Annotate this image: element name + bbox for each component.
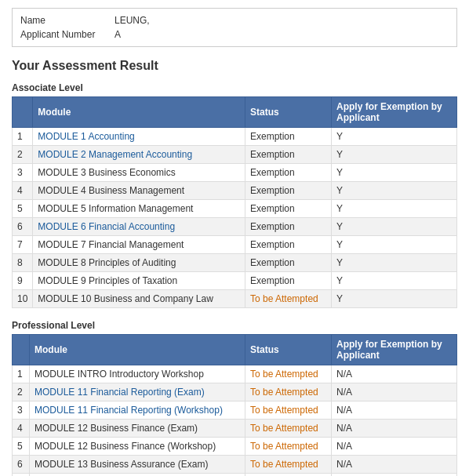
page-title: Your Assessment Result <box>12 59 457 73</box>
row-apply: Y <box>332 272 457 290</box>
col-header-2: Apply for Exemption by Applicant <box>332 97 457 128</box>
table-row: 2MODULE 2 Management AccountingExemption… <box>13 146 457 164</box>
row-status: Exemption <box>245 200 332 218</box>
col-header-0: Module <box>30 335 245 365</box>
table-row: 5MODULE 5 Information ManagementExemptio… <box>13 200 457 218</box>
row-apply: Y <box>332 218 457 236</box>
table-row: 2MODULE 11 Financial Reporting (Exam)To … <box>13 383 457 402</box>
row-status: To be Attempted <box>245 402 332 420</box>
col-header-1: Status <box>245 335 332 365</box>
row-module: MODULE 8 Principles of Auditing <box>33 254 245 272</box>
row-status: Exemption <box>245 182 332 200</box>
name-label: Name <box>20 15 115 26</box>
row-module: MODULE 12 Business Finance (Exam) <box>30 420 245 438</box>
table-row: 1MODULE 1 AccountingExemptionY <box>13 128 457 146</box>
table-row: 9MODULE 9 Principles of TaxationExemptio… <box>13 272 457 290</box>
table-row: 8MODULE 8 Principles of AuditingExemptio… <box>13 254 457 272</box>
row-num: 7 <box>13 474 30 477</box>
table-row: 5MODULE 12 Business Finance (Workshop)To… <box>13 438 457 456</box>
row-module: MODULE 3 Business Economics <box>33 164 245 182</box>
section-title-associate: Associate Level <box>12 82 457 93</box>
row-num: 5 <box>13 200 33 218</box>
row-module: MODULE 4 Business Management <box>33 182 245 200</box>
row-module: MODULE 2 Management Accounting <box>33 146 245 164</box>
row-module: MODULE 1 Accounting <box>33 128 245 146</box>
row-apply: N/A <box>332 474 457 477</box>
section-associate: Associate LevelModuleStatusApply for Exe… <box>12 82 457 308</box>
row-apply: N/A <box>332 383 457 402</box>
row-num: 8 <box>13 254 33 272</box>
row-status: Exemption <box>245 128 332 146</box>
row-status: To be Attempted <box>245 290 332 308</box>
row-status: To be Attempted <box>245 383 332 402</box>
row-status: Exemption <box>245 164 332 182</box>
row-num: 4 <box>13 420 30 438</box>
col-header-1: Status <box>245 97 332 128</box>
col-header-num <box>13 97 33 128</box>
row-num: 2 <box>13 146 33 164</box>
row-apply: N/A <box>332 402 457 420</box>
col-header-0: Module <box>33 97 245 128</box>
row-status: To be Attempted <box>245 474 332 477</box>
row-module: MODULE 6 Financial Accounting <box>33 218 245 236</box>
row-module: MODULE 11 Financial Reporting (Workshop) <box>30 402 245 420</box>
row-apply: Y <box>332 290 457 308</box>
row-module: MODULE 11 Financial Reporting (Exam) <box>30 383 245 402</box>
row-module: MODULE 5 Information Management <box>33 200 245 218</box>
row-status: Exemption <box>245 218 332 236</box>
table-row: 7MODULE 7 Financial ManagementExemptionY <box>13 236 457 254</box>
row-num: 5 <box>13 438 30 456</box>
row-apply: N/A <box>332 456 457 474</box>
row-status: Exemption <box>245 146 332 164</box>
row-num: 6 <box>13 456 30 474</box>
table-row: 1MODULE INTRO Introductory WorkshopTo be… <box>13 365 457 383</box>
row-module: MODULE 7 Financial Management <box>33 236 245 254</box>
table-row: 6MODULE 6 Financial AccountingExemptionY <box>13 218 457 236</box>
col-header-2: Apply for Exemption by Applicant <box>332 335 457 365</box>
row-module: MODULE 13 Business Assurance (Exam) <box>30 456 245 474</box>
row-apply: Y <box>332 128 457 146</box>
row-num: 3 <box>13 164 33 182</box>
row-status: To be Attempted <box>245 456 332 474</box>
section-title-professional: Professional Level <box>12 320 457 331</box>
row-module: MODULE 9 Principles of Taxation <box>33 272 245 290</box>
table-row: 7MODULE 13 Business Assurance (Workshop)… <box>13 474 457 477</box>
row-status: To be Attempted <box>245 365 332 383</box>
row-num: 2 <box>13 383 30 402</box>
row-num: 3 <box>13 402 30 420</box>
row-apply: N/A <box>332 438 457 456</box>
row-status: Exemption <box>245 236 332 254</box>
table-row: 3MODULE 11 Financial Reporting (Workshop… <box>13 402 457 420</box>
row-module: MODULE INTRO Introductory Workshop <box>30 365 245 383</box>
row-apply: Y <box>332 254 457 272</box>
row-status: To be Attempted <box>245 420 332 438</box>
section-professional: Professional LevelModuleStatusApply for … <box>12 320 457 476</box>
col-header-num <box>13 335 30 365</box>
table-row: 4MODULE 12 Business Finance (Exam)To be … <box>13 420 457 438</box>
row-status: Exemption <box>245 254 332 272</box>
row-apply: Y <box>332 200 457 218</box>
row-num: 9 <box>13 272 33 290</box>
row-num: 6 <box>13 218 33 236</box>
row-apply: Y <box>332 146 457 164</box>
row-status: To be Attempted <box>245 438 332 456</box>
row-num: 1 <box>13 365 30 383</box>
row-module: MODULE 12 Business Finance (Workshop) <box>30 438 245 456</box>
row-apply: N/A <box>332 365 457 383</box>
row-apply: N/A <box>332 420 457 438</box>
row-num: 7 <box>13 236 33 254</box>
row-module: MODULE 10 Business and Company Law <box>33 290 245 308</box>
row-module: MODULE 13 Business Assurance (Workshop) <box>30 474 245 477</box>
row-status: Exemption <box>245 272 332 290</box>
row-num: 10 <box>13 290 33 308</box>
table-row: 10MODULE 10 Business and Company LawTo b… <box>13 290 457 308</box>
row-apply: Y <box>332 182 457 200</box>
row-apply: Y <box>332 236 457 254</box>
table-row: 4MODULE 4 Business ManagementExemptionY <box>13 182 457 200</box>
applicant-number-label: Applicant Number <box>20 29 115 40</box>
row-num: 4 <box>13 182 33 200</box>
name-value: LEUNG, <box>115 15 150 26</box>
applicant-info: Name LEUNG, Applicant Number A <box>12 8 457 47</box>
table-row: 3MODULE 3 Business EconomicsExemptionY <box>13 164 457 182</box>
row-apply: Y <box>332 164 457 182</box>
